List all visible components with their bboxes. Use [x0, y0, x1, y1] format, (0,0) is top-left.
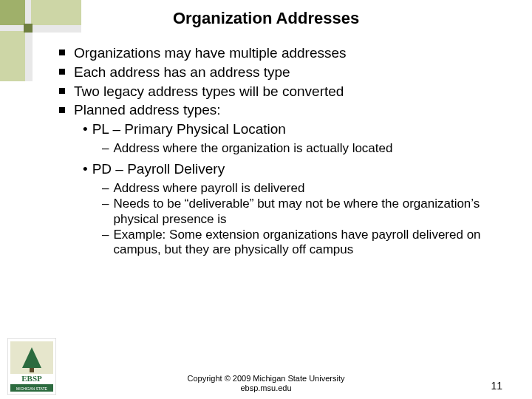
- bullet-text: Two legacy address types will be convert…: [74, 83, 344, 99]
- page-number: 11: [491, 380, 502, 392]
- footer: Copyright © 2009 Michigan State Universi…: [0, 374, 532, 393]
- copyright-line1: Copyright © 2009 Michigan State Universi…: [0, 374, 532, 383]
- svg-rect-5: [0, 31, 25, 81]
- bullet-level1: Each address has an address type: [59, 64, 502, 81]
- bullet-level1: Organizations may have multiple addresse…: [59, 44, 502, 62]
- bullet-level2: •PD – Payroll Delivery: [83, 160, 502, 178]
- bullet-level1: Planned address types:: [59, 101, 502, 119]
- bullet-level3: –Example: Some extension organizations h…: [102, 228, 502, 258]
- bullet-level3: –Address where payroll is delivered: [102, 181, 502, 196]
- bullet-level3: –Address where the organization is actua…: [102, 141, 502, 156]
- bullet-text: Each address has an address type: [74, 64, 290, 80]
- sub-heading: PL – Primary Physical Location: [92, 120, 286, 138]
- bullet-level1: Two legacy address types will be convert…: [59, 83, 502, 100]
- bullet-text: Planned address types:: [74, 102, 221, 117]
- bullet-level3-group: –Address where payroll is delivered –Nee…: [102, 181, 502, 258]
- copyright-line2: ebsp.msu.edu: [0, 383, 532, 393]
- slide-title: Organization Addresses: [0, 9, 532, 28]
- svg-rect-9: [30, 368, 34, 372]
- bullet-level3: –Needs to be “deliverable” but may not b…: [102, 197, 502, 227]
- slide-body: Organizations may have multiple addresse…: [59, 44, 502, 259]
- bullet-text: Organizations may have multiple addresse…: [74, 45, 347, 61]
- bullet-level3-group: –Address where the organization is actua…: [102, 141, 502, 156]
- sub-heading: PD – Payroll Delivery: [92, 160, 225, 178]
- bullet-level2: •PL – Primary Physical Location: [83, 120, 502, 138]
